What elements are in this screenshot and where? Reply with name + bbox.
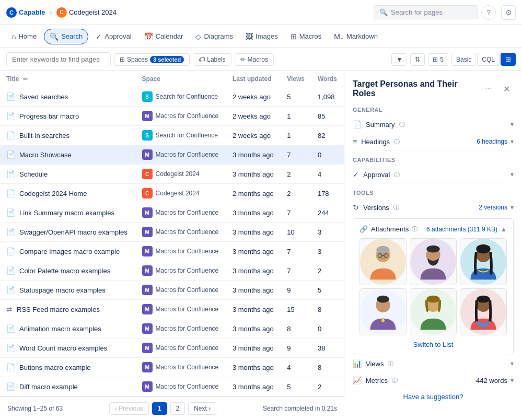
versions-help-icon[interactable]: ⓘ	[393, 204, 399, 212]
sort-btn[interactable]: ⇅	[410, 53, 425, 66]
keyword-input[interactable]	[6, 52, 111, 66]
site-logo[interactable]: C Capable	[6, 7, 45, 18]
headings-row[interactable]: ≡ Headings ⓘ 6 headings ▾	[353, 133, 514, 150]
more-btn[interactable]: ···	[481, 81, 496, 96]
spaces-count: 3 selected	[150, 56, 184, 63]
table-row[interactable]: 📄 Statuspage macro examples M Macros for…	[0, 281, 344, 300]
views-chevron: ▾	[511, 360, 514, 367]
macros-filter[interactable]: ✏ Macros	[235, 53, 274, 66]
nav-images[interactable]: 🖼 Images	[240, 29, 283, 44]
table-section: Title ✏ Space Last updated Views Words 📄…	[0, 71, 344, 420]
col-title[interactable]: Title ✏	[0, 71, 136, 87]
table-row[interactable]: 📄 Word Count macro examples M Macros for…	[0, 339, 344, 358]
nav-markdown[interactable]: M↓ Markdown	[329, 29, 383, 44]
attachment-2[interactable]	[410, 238, 457, 285]
table-row[interactable]: 📄 Swagger/OpenAPI macro examples M Macro…	[0, 223, 344, 242]
table-row[interactable]: 📄 Diff macro example M Macros for Conflu…	[0, 377, 344, 396]
space-name: Macros for Confluence	[156, 364, 219, 371]
space-name: Search for Confluence	[156, 93, 218, 100]
attachment-1[interactable]	[359, 238, 407, 285]
col-words[interactable]: Words	[311, 71, 344, 87]
attachment-4[interactable]	[359, 288, 407, 335]
filter-toggle-btn[interactable]: ▼	[391, 53, 407, 66]
cell-space: M Macros for Confluence	[136, 377, 226, 396]
table-row[interactable]: 📄 Compare Images macro example M Macros …	[0, 242, 344, 261]
table-row[interactable]: 📄 Built-in searches S Search for Conflue…	[0, 126, 344, 145]
col-btn[interactable]: ⊞ 5	[428, 53, 448, 66]
attachments-title: 🔗 Attachments ⓘ	[359, 225, 417, 233]
suggestion-link[interactable]: Have a suggestion?	[353, 389, 514, 405]
cell-words: 82	[311, 126, 344, 145]
views-row[interactable]: 📊 Views ⓘ ▾	[353, 355, 514, 372]
nav-calendar[interactable]: 📅 Calendar	[139, 29, 189, 44]
table-row[interactable]: 📄 Link Summary macro examples M Macros f…	[0, 203, 344, 223]
nav-approval[interactable]: ✓ Approval	[90, 29, 136, 44]
attachments-chevron[interactable]: ▲	[501, 226, 507, 233]
cell-last-updated: 2 weeks ago	[226, 107, 281, 126]
col-last-updated[interactable]: Last updated	[226, 71, 281, 87]
metrics-help-icon[interactable]: ⓘ	[392, 377, 398, 384]
nav-home[interactable]: ⌂ Home	[6, 29, 42, 44]
space-name: Macros for Confluence	[156, 151, 219, 158]
space-icon: M	[142, 285, 153, 295]
view-grid-btn[interactable]: ⊞	[501, 53, 516, 66]
approval-row[interactable]: ✓ Approval ⓘ ▾	[353, 166, 514, 183]
attachments-help-icon[interactable]: ⓘ	[412, 225, 417, 233]
markdown-icon: M↓	[334, 32, 344, 41]
table-row[interactable]: 📄 Codegeist 2024 Home C Codegeist 2024 2…	[0, 184, 344, 203]
table-row[interactable]: 📄 Saved searches S Search for Confluence…	[0, 87, 344, 107]
breadcrumb[interactable]: C Codegeist 2024	[56, 7, 117, 18]
nav-images-label: Images	[256, 32, 278, 40]
attachments-count: 6 attachments (311.9 KB)	[426, 226, 497, 233]
nav-search[interactable]: 🔍 Search	[44, 29, 88, 44]
metrics-label: Metrics	[366, 377, 388, 384]
page-2-btn[interactable]: 2	[170, 402, 185, 415]
labels-filter[interactable]: 🏷 Labels	[193, 53, 231, 66]
help-button[interactable]: ?	[481, 5, 496, 20]
col-views[interactable]: Views	[281, 71, 311, 87]
versions-row[interactable]: ↻ Versions ⓘ 2 versions ▾	[353, 199, 514, 216]
nav-macros[interactable]: ⊞ Macros	[285, 29, 327, 44]
table-row[interactable]: 📄 Macro Showcase M Macros for Confluence…	[0, 145, 344, 165]
approval-help-icon[interactable]: ⓘ	[394, 171, 400, 179]
headings-help-icon[interactable]: ⓘ	[394, 138, 400, 146]
home-icon: ⌂	[11, 32, 16, 41]
prev-btn[interactable]: ‹ Previous	[109, 402, 149, 415]
next-btn[interactable]: Next ›	[188, 402, 216, 415]
close-btn[interactable]: ✕	[499, 81, 514, 96]
nav-diagrams[interactable]: ◇ Diagrams	[190, 29, 238, 44]
global-search[interactable]: 🔍 Search for pages	[374, 5, 478, 19]
table-row[interactable]: 📄 Animation macro examples M Macros for …	[0, 319, 344, 339]
headings-icon: ≡	[353, 137, 357, 146]
summary-row[interactable]: 📄 Summary ⓘ ▾	[353, 116, 514, 133]
page-title-text: Codegeist 2024 Home	[19, 190, 87, 197]
col-space[interactable]: Space	[136, 71, 226, 87]
spaces-filter[interactable]: ⊞ Spaces 3 selected	[114, 53, 190, 66]
attachment-6[interactable]	[460, 288, 507, 335]
page-type-icon: 📄	[6, 363, 15, 371]
attachment-3[interactable]	[460, 238, 507, 285]
space-name: Macros for Confluence	[156, 112, 219, 120]
table-row[interactable]: 📄 Color Palette macro examples M Macros …	[0, 261, 344, 281]
page-1-btn[interactable]: 1	[152, 402, 167, 415]
summary-help-icon[interactable]: ⓘ	[399, 121, 405, 129]
settings-button[interactable]: ⚙	[501, 5, 516, 20]
view-cql-btn[interactable]: CQL	[477, 53, 500, 66]
side-panel: Target Personas and Their Roles ··· ✕ Ge…	[344, 71, 522, 420]
edit-col-icon[interactable]: ✏	[23, 76, 28, 82]
views-help-icon[interactable]: ⓘ	[388, 360, 393, 368]
metrics-row[interactable]: 📈 Metrics ⓘ 442 words ▾	[353, 372, 514, 389]
view-basic-btn[interactable]: Basic	[451, 53, 476, 66]
space-name: Codegeist 2024	[156, 170, 200, 178]
table-row[interactable]: ⇄ RSS Feed macro examples M Macros for C…	[0, 300, 344, 319]
cell-space: C Codegeist 2024	[136, 165, 226, 184]
switch-to-list-link[interactable]: Switch to List	[359, 341, 507, 348]
attachment-5[interactable]	[410, 288, 457, 335]
table-row[interactable]: 📄 Buttons macro example M Macros for Con…	[0, 358, 344, 377]
cell-views: 2	[281, 184, 311, 203]
cell-words: 2	[311, 261, 344, 281]
cell-last-updated: 3 months ago	[226, 261, 281, 281]
table-row[interactable]: 📄 Progress bar macro M Macros for Conflu…	[0, 107, 344, 126]
table-row[interactable]: 📄 Schedule C Codegeist 2024 3 months ago…	[0, 165, 344, 184]
attachments-section: 🔗 Attachments ⓘ 6 attachments (311.9 KB)…	[353, 218, 514, 355]
